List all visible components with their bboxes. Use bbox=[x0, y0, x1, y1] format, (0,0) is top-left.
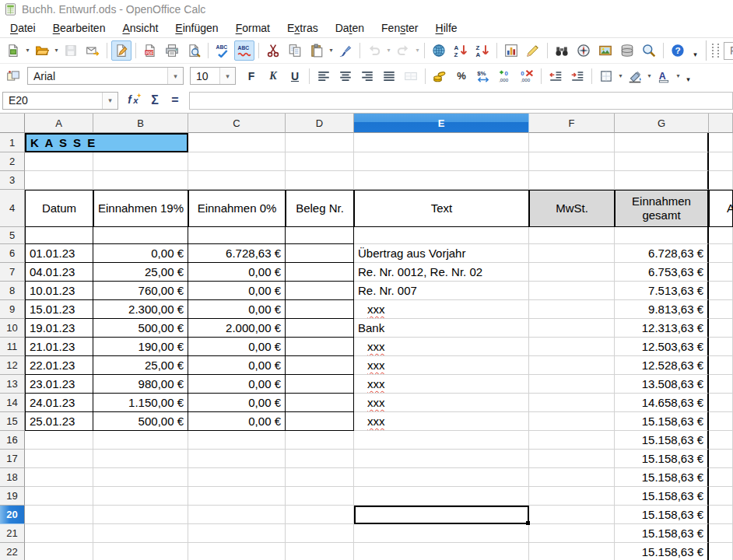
sort-descending-button[interactable]: ZA bbox=[472, 40, 493, 61]
menu-bearbeiten[interactable]: Bearbeiten bbox=[44, 20, 114, 36]
cell-G1[interactable] bbox=[615, 133, 709, 152]
cell-C3[interactable] bbox=[188, 171, 286, 190]
cell-A4[interactable]: Datum bbox=[25, 190, 93, 227]
row-header-17[interactable]: 17 bbox=[0, 450, 25, 468]
cell-H2[interactable] bbox=[709, 152, 733, 171]
paste-dropdown-arrow[interactable]: ▾ bbox=[328, 41, 335, 60]
cell-F10[interactable] bbox=[529, 319, 615, 338]
delete-decimal-button[interactable]: 0,000 bbox=[517, 66, 537, 86]
cell-D9[interactable] bbox=[286, 300, 354, 319]
row-header-19[interactable]: 19 bbox=[0, 487, 25, 506]
cell-E15[interactable]: xxx bbox=[354, 412, 529, 431]
cell-reference-value[interactable]: E20 bbox=[3, 94, 102, 107]
draw-functions-button[interactable] bbox=[523, 40, 543, 61]
cell-G18[interactable]: 15.158,63 € bbox=[615, 468, 709, 487]
align-center-button[interactable] bbox=[335, 66, 356, 86]
menu-datei[interactable]: Datei bbox=[2, 20, 44, 36]
cell-A15[interactable]: 25.01.23 bbox=[25, 412, 93, 431]
cell-H13[interactable] bbox=[709, 375, 733, 394]
cell-G13[interactable]: 13.508,63 € bbox=[615, 375, 709, 394]
cell-B8[interactable]: 760,00 € bbox=[93, 282, 188, 300]
row-header-13[interactable]: 13 bbox=[0, 375, 25, 394]
cell-D20[interactable] bbox=[286, 506, 354, 524]
cell-C4[interactable]: Einnahmen 0% bbox=[188, 190, 286, 227]
cell-E1[interactable] bbox=[354, 133, 529, 152]
select-all-corner[interactable] bbox=[0, 114, 25, 133]
cell-D4[interactable]: Beleg Nr. bbox=[286, 190, 354, 227]
cell-B7[interactable]: 25,00 € bbox=[93, 263, 188, 282]
cell-D19[interactable] bbox=[286, 487, 354, 506]
cell-B5[interactable] bbox=[93, 227, 188, 244]
cell-A18[interactable] bbox=[25, 468, 93, 487]
formula-input-line[interactable] bbox=[189, 92, 733, 110]
row-header-21[interactable]: 21 bbox=[0, 524, 25, 543]
cell-G9[interactable]: 9.813,63 € bbox=[615, 300, 709, 319]
cell-H19[interactable] bbox=[709, 487, 733, 506]
cell-C12[interactable]: 0,00 € bbox=[188, 356, 286, 375]
row-header-15[interactable]: 15 bbox=[0, 412, 25, 431]
cell-F8[interactable] bbox=[529, 282, 615, 300]
cell-G7[interactable]: 6.753,63 € bbox=[615, 263, 709, 282]
cell-C1[interactable] bbox=[188, 133, 286, 152]
cell-G11[interactable]: 12.503,63 € bbox=[615, 338, 709, 356]
cell-A20[interactable] bbox=[25, 506, 93, 524]
column-header-C[interactable]: C bbox=[188, 114, 286, 133]
cell-G14[interactable]: 14.658,63 € bbox=[615, 394, 709, 412]
cell-E4[interactable]: Text bbox=[354, 190, 529, 227]
menu-hilfe[interactable]: Hilfe bbox=[427, 20, 466, 36]
cell-G6[interactable]: 6.728,63 € bbox=[615, 244, 709, 263]
row-header-4[interactable]: 4 bbox=[0, 190, 25, 227]
cell-A8[interactable]: 10.01.23 bbox=[25, 282, 93, 300]
find-input[interactable]: Finden bbox=[724, 44, 733, 57]
cell-G15[interactable]: 15.158,63 € bbox=[615, 412, 709, 431]
chevron-down-icon[interactable]: ▾ bbox=[167, 68, 183, 84]
underline-button[interactable]: U bbox=[285, 66, 305, 86]
cell-A11[interactable]: 21.01.23 bbox=[25, 338, 93, 356]
cell-C14[interactable]: 0,00 € bbox=[188, 394, 286, 412]
row-header-14[interactable]: 14 bbox=[0, 394, 25, 412]
find-toolbar-grip-handle[interactable] bbox=[712, 44, 719, 58]
cell-A12[interactable]: 22.01.23 bbox=[25, 356, 93, 375]
cell-A6[interactable]: 01.01.23 bbox=[25, 244, 93, 263]
row-header-2[interactable]: 2 bbox=[0, 152, 25, 171]
cell-A1-kasse[interactable]: K A S S E bbox=[25, 133, 188, 152]
cell-C18[interactable] bbox=[188, 468, 286, 487]
cell-D5[interactable] bbox=[286, 227, 354, 244]
cell-E11[interactable]: xxx bbox=[354, 338, 529, 356]
cell-F13[interactable] bbox=[529, 375, 615, 394]
cell-H21[interactable] bbox=[709, 524, 733, 543]
cell-C17[interactable] bbox=[188, 450, 286, 468]
row-header-6[interactable]: 6 bbox=[0, 244, 25, 263]
cell-H9[interactable] bbox=[709, 300, 733, 319]
email-document-button[interactable] bbox=[82, 40, 103, 61]
cell-H16[interactable] bbox=[709, 431, 733, 450]
cell-D2[interactable] bbox=[286, 152, 354, 171]
background-color-dropdown-arrow[interactable]: ▾ bbox=[646, 67, 653, 86]
align-justify-button[interactable] bbox=[379, 66, 399, 86]
cell-H17[interactable] bbox=[709, 450, 733, 468]
cell-H6[interactable] bbox=[709, 244, 733, 263]
row-header-8[interactable]: 8 bbox=[0, 282, 25, 300]
cell-B4[interactable]: Einnahmen 19% bbox=[93, 190, 188, 227]
cell-F18[interactable] bbox=[529, 468, 615, 487]
increase-indent-button[interactable] bbox=[567, 66, 587, 86]
cell-C20[interactable] bbox=[188, 506, 286, 524]
align-right-button[interactable] bbox=[357, 66, 377, 86]
cell-D22[interactable] bbox=[286, 543, 354, 560]
cell-A22[interactable] bbox=[25, 543, 93, 560]
cell-H18[interactable] bbox=[709, 468, 733, 487]
font-color-dropdown-arrow[interactable]: ▾ bbox=[675, 67, 682, 86]
cell-C15[interactable]: 0,00 € bbox=[188, 412, 286, 431]
find-replace-button[interactable] bbox=[552, 40, 572, 61]
cell-B18[interactable] bbox=[93, 468, 188, 487]
cell-G3[interactable] bbox=[615, 171, 709, 190]
cell-F15[interactable] bbox=[529, 412, 615, 431]
cell-D16[interactable] bbox=[286, 431, 354, 450]
toolbar-overflow-button[interactable]: ▾ bbox=[690, 41, 700, 61]
cell-G20[interactable]: 15.158,63 € bbox=[615, 506, 709, 524]
cell-E16[interactable] bbox=[354, 431, 529, 450]
cell-E18[interactable] bbox=[354, 468, 529, 487]
cell-B11[interactable]: 190,00 € bbox=[93, 338, 188, 356]
cell-F2[interactable] bbox=[529, 152, 615, 171]
cell-A3[interactable] bbox=[25, 171, 93, 190]
